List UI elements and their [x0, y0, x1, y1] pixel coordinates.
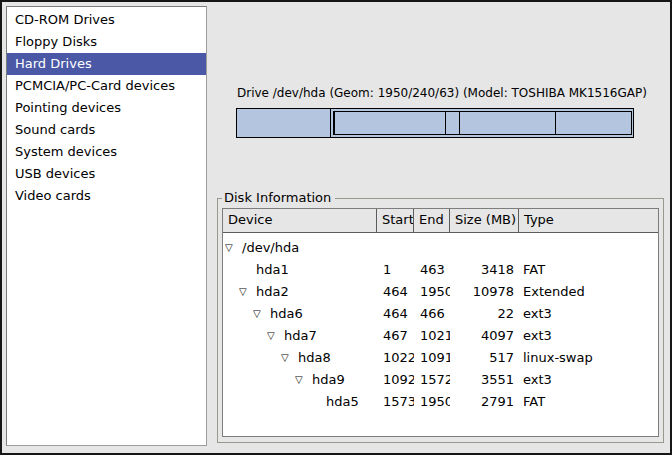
- start-cell: 1092: [377, 369, 414, 391]
- table-row-hda7[interactable]: ▽hda746710214097ext3: [223, 325, 658, 347]
- hardware-browser-window: { "colors": { "window_bg": "#e6e6e6", "s…: [0, 0, 672, 455]
- start-cell: 464: [377, 281, 414, 303]
- end-cell: 1021: [414, 325, 450, 347]
- drive-title: Drive /dev/hda (Geom: 1950/240/63) (Mode…: [237, 86, 647, 100]
- type-cell: FAT: [519, 259, 658, 281]
- device-cell: ▽hda9: [223, 369, 377, 391]
- partition-segment-hda7: [335, 112, 446, 134]
- device-label: hda9: [312, 369, 345, 391]
- tree-indent: [223, 270, 239, 271]
- device-cell: hda1: [223, 259, 377, 281]
- expander-icon[interactable]: ▽: [225, 237, 242, 259]
- table-row-hda1[interactable]: hda114633418FAT: [223, 259, 658, 281]
- table-row-hda9[interactable]: ▽hda9109215723551ext3: [223, 369, 658, 391]
- disk-table: DeviceStartEndSize (MB)Type ▽/dev/hdahda…: [222, 208, 659, 437]
- partition-segment-hda8: [446, 112, 460, 134]
- end-cell: 1572: [414, 369, 450, 391]
- start-cell: 1022: [377, 347, 414, 369]
- type-cell: [519, 237, 658, 259]
- expander-icon[interactable]: ▽: [281, 347, 298, 369]
- size-cell: 3418: [450, 259, 519, 281]
- device-label: /dev/hda: [242, 237, 299, 259]
- expander-icon[interactable]: ▽: [239, 281, 256, 303]
- device-label: hda2: [256, 281, 289, 303]
- start-cell: [377, 237, 414, 259]
- tree-indent: [223, 292, 239, 293]
- device-label: hda6: [270, 303, 303, 325]
- start-cell: 1: [377, 259, 414, 281]
- partition-segment-hda2: [333, 111, 632, 135]
- tree-indent: [223, 336, 267, 337]
- table-row-hda5[interactable]: hda5157319502791FAT: [223, 391, 658, 413]
- device-category-list: CD-ROM DrivesFloppy DisksHard DrivesPCMC…: [6, 6, 207, 446]
- sidebar-item-hard-drives[interactable]: Hard Drives: [7, 53, 206, 75]
- start-cell: 467: [377, 325, 414, 347]
- device-cell: ▽hda2: [223, 281, 377, 303]
- end-cell: 466: [414, 303, 450, 325]
- column-header-end[interactable]: End: [414, 209, 450, 233]
- start-cell: 1573: [377, 391, 414, 413]
- sidebar-item-sound-cards[interactable]: Sound cards: [7, 119, 206, 141]
- expander-icon[interactable]: ▽: [295, 369, 312, 391]
- table-row-dev-hda[interactable]: ▽/dev/hda: [223, 237, 658, 259]
- size-cell: 517: [450, 347, 519, 369]
- tree-indent: [223, 314, 253, 315]
- size-cell: 22: [450, 303, 519, 325]
- end-cell: 1950: [414, 281, 450, 303]
- expander-icon[interactable]: ▽: [253, 303, 270, 325]
- size-cell: [450, 237, 519, 259]
- disk-information-label: Disk Information: [222, 190, 335, 206]
- sidebar-item-pointing-devices[interactable]: Pointing devices: [7, 97, 206, 119]
- size-cell: 3551: [450, 369, 519, 391]
- sidebar-item-floppy-disks[interactable]: Floppy Disks: [7, 31, 206, 53]
- tree-indent: [223, 358, 281, 359]
- device-cell: ▽hda6: [223, 303, 377, 325]
- type-cell: Extended: [519, 281, 658, 303]
- sidebar-item-cd-rom-drives[interactable]: CD-ROM Drives: [7, 9, 206, 31]
- sidebar-item-video-cards[interactable]: Video cards: [7, 185, 206, 207]
- table-row-hda2[interactable]: ▽hda2464195010978Extended: [223, 281, 658, 303]
- device-label: hda5: [326, 391, 359, 413]
- start-cell: 464: [377, 303, 414, 325]
- tree-indent: [223, 380, 295, 381]
- device-cell: hda5: [223, 391, 377, 413]
- tree-indent: [223, 402, 309, 403]
- disk-table-body: ▽/dev/hdahda114633418FAT▽hda246419501097…: [223, 233, 658, 413]
- sidebar-item-usb-devices[interactable]: USB devices: [7, 163, 206, 185]
- end-cell: [414, 237, 450, 259]
- device-cell: ▽hda8: [223, 347, 377, 369]
- size-cell: 10978: [450, 281, 519, 303]
- expander-icon[interactable]: ▽: [267, 325, 284, 347]
- device-label: hda1: [256, 259, 289, 281]
- end-cell: 463: [414, 259, 450, 281]
- partition-segment-hda9: [460, 112, 556, 134]
- partition-segment-hda5: [556, 112, 631, 134]
- sidebar-item-pcmcia-pc-card-devices[interactable]: PCMCIA/PC-Card devices: [7, 75, 206, 97]
- disk-information-frame: Disk Information DeviceStartEndSize (MB)…: [217, 198, 664, 443]
- end-cell: 1950: [414, 391, 450, 413]
- device-cell: ▽hda7: [223, 325, 377, 347]
- table-row-hda6[interactable]: ▽hda646446622ext3: [223, 303, 658, 325]
- device-label: hda7: [284, 325, 317, 347]
- size-cell: 4097: [450, 325, 519, 347]
- column-header-start[interactable]: Start: [377, 209, 414, 233]
- disk-table-header: DeviceStartEndSize (MB)Type: [223, 209, 658, 233]
- sidebar-item-system-devices[interactable]: System devices: [7, 141, 206, 163]
- type-cell: FAT: [519, 391, 658, 413]
- column-header-size[interactable]: Size (MB): [450, 209, 519, 233]
- type-cell: linux-swap: [519, 347, 658, 369]
- type-cell: ext3: [519, 303, 658, 325]
- device-label: hda8: [298, 347, 331, 369]
- partition-segment-hda1: [237, 109, 331, 137]
- partition-bar: [236, 108, 634, 138]
- column-header-type[interactable]: Type: [519, 209, 658, 233]
- size-cell: 2791: [450, 391, 519, 413]
- type-cell: ext3: [519, 325, 658, 347]
- type-cell: ext3: [519, 369, 658, 391]
- table-row-hda8[interactable]: ▽hda810221091517linux-swap: [223, 347, 658, 369]
- device-cell: ▽/dev/hda: [223, 237, 377, 259]
- end-cell: 1091: [414, 347, 450, 369]
- column-header-device[interactable]: Device: [223, 209, 377, 233]
